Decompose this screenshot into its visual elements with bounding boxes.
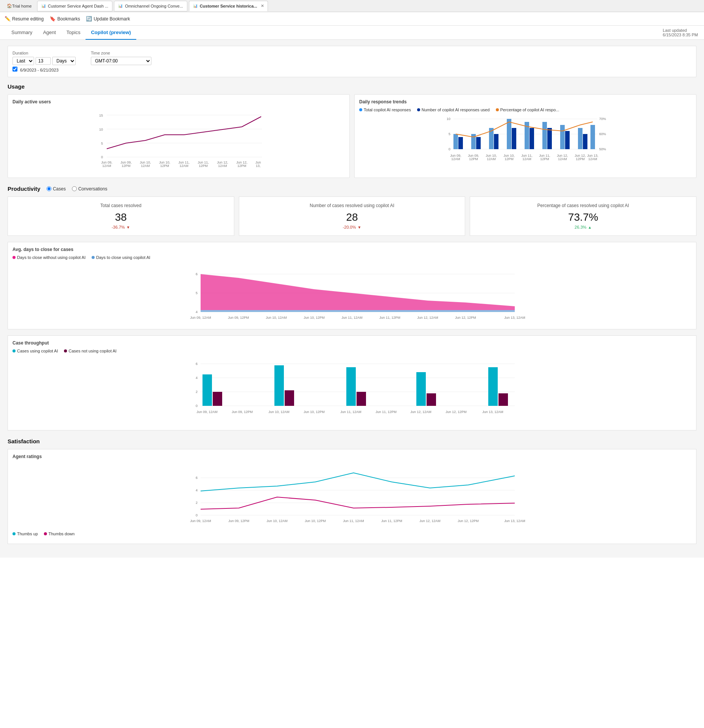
tab-summary[interactable]: Summary [6, 26, 38, 40]
svg-text:6: 6 [196, 476, 198, 480]
usage-charts-row: Daily active users 15 10 5 0 [8, 94, 696, 178]
legend-copilot-cases-dot [12, 349, 16, 352]
kpi-total-cases-label: Total cases resolved [14, 203, 228, 208]
legend-no-copilot-label: Cases not using copilot AI [69, 349, 117, 353]
with-copilot-area [201, 310, 515, 312]
update-bookmark-button[interactable]: 🔄 Update Bookmark [86, 16, 130, 22]
kpi-row: Total cases resolved 38 -36.7% ▼ Number … [8, 196, 696, 236]
tab-trial-home[interactable]: 🏠 Trial home [3, 2, 36, 10]
resume-editing-button[interactable]: ✏️ Resume editing [5, 16, 44, 22]
agent-ratings-card: Agent ratings 6 4 2 0 [8, 449, 696, 544]
date-range-checkbox[interactable] [12, 67, 17, 72]
legend-used-label: Number of copilot AI responses used [422, 108, 490, 112]
kpi-pct-copilot-change: 26.3% ▲ [476, 225, 690, 229]
daily-active-users-title: Daily active users [12, 99, 345, 104]
toolbar: ✏️ Resume editing 🔖 Bookmarks 🔄 Update B… [0, 12, 704, 26]
tab-cs-historical[interactable]: 📊 Customer Service historica... ✕ [189, 1, 268, 11]
radio-conversations-option[interactable]: Conversations [72, 186, 107, 192]
legend-thumbs-up: Thumbs up [12, 532, 38, 536]
tab-copilot[interactable]: Copilot (preview) [86, 26, 136, 40]
tab-trial-home-label: Trial home [12, 4, 32, 8]
tab-csa-dash-label: Customer Service Agent Dash ... [48, 4, 109, 8]
bar-total-8 [590, 125, 595, 149]
last-updated-value: 6/15/2023 8:35 PM [663, 33, 698, 37]
svg-text:10: 10 [99, 128, 103, 131]
date-range-text: 6/9/2023 - 6/21/2023 [20, 68, 59, 72]
kpi-copilot-cases-change-text: -20.0% [343, 225, 356, 229]
bar-used-7 [583, 134, 587, 149]
legend-pct-label: Percentage of copilot AI respo... [500, 108, 559, 112]
kpi-total-cases-value: 38 [14, 211, 228, 223]
timezone-select[interactable]: GMT-07:00 [91, 57, 151, 65]
kpi-pct-copilot-value: 73.7% [476, 211, 690, 223]
satisfaction-section: Satisfaction Agent ratings 6 4 2 0 [8, 438, 696, 544]
svg-text:10: 10 [447, 117, 450, 121]
legend-used-responses: Number of copilot AI responses used [417, 108, 490, 112]
daily-response-trends-legend: Total copilot AI responses Number of cop… [359, 108, 692, 112]
thumbs-up-dot [12, 532, 16, 535]
avg-days-chart-card: Avg. days to close for cases Days to clo… [8, 242, 696, 329]
tab-close-button[interactable]: ✕ [261, 4, 264, 8]
bar-copilot-4 [346, 367, 356, 406]
svg-text:12AM: 12AM [141, 164, 150, 168]
svg-text:Jun 09, 12PM: Jun 09, 12PM [228, 519, 249, 523]
content-area: Duration Last Days 6/9/2023 - 6/21/2023 … [0, 40, 704, 558]
timezone-label: Time zone [91, 51, 151, 55]
arrow-down-icon-0: ▼ [126, 225, 130, 229]
kpi-copilot-cases: Number of cases resolved using copilot A… [239, 196, 466, 236]
svg-text:6: 6 [196, 272, 198, 276]
tab-csa-dash[interactable]: 📊 Customer Service Agent Dash ... [37, 1, 113, 11]
legend-copilot-cases-label: Cases using copilot AI [17, 349, 58, 353]
legend-pct-responses: Percentage of copilot AI respo... [496, 108, 559, 112]
tab-cs-historical-icon: 📊 [193, 4, 198, 8]
svg-text:Jun 13, 12AM: Jun 13, 12AM [504, 519, 525, 523]
arrow-up-icon-2: ▲ [588, 225, 592, 229]
arrow-down-icon-1: ▼ [357, 225, 361, 229]
app-container: Summary Agent Topics Copilot (preview) L… [0, 26, 704, 728]
kpi-pct-copilot-label: Percentage of cases resolved using copil… [476, 203, 690, 208]
svg-text:Jun 10, 12PM: Jun 10, 12PM [305, 519, 326, 523]
duration-preset-select[interactable]: Last [12, 57, 34, 65]
tab-topics[interactable]: Topics [61, 26, 86, 40]
kpi-pct-copilot: Percentage of cases resolved using copil… [470, 196, 696, 236]
bar-total-5 [542, 122, 547, 149]
svg-text:0: 0 [449, 147, 450, 151]
thumbs-down-dot [44, 532, 47, 535]
tab-omnichannel-label: Omnichannel Ongoing Conve... [125, 4, 183, 8]
legend-used-dot [417, 108, 420, 111]
agent-ratings-chart: 6 4 2 0 Jun 09, 12AM Jun 09, 12PM Jun 10… [12, 462, 692, 530]
svg-text:5: 5 [449, 132, 450, 136]
resume-editing-label: Resume editing [12, 16, 44, 22]
home-icon: 🏠 [7, 3, 12, 8]
svg-text:12AM: 12AM [558, 157, 567, 161]
thumbs-up-line [201, 473, 515, 491]
tab-omnichannel[interactable]: 📊 Omnichannel Ongoing Conve... [114, 1, 187, 11]
svg-text:12AM: 12AM [451, 157, 460, 161]
bar-used-1 [476, 137, 481, 149]
svg-text:2: 2 [196, 390, 198, 394]
legend-no-copilot-cases: Cases not using copilot AI [64, 349, 117, 353]
duration-filter: Duration Last Days 6/9/2023 - 6/21/2023 [12, 51, 76, 72]
svg-text:0: 0 [196, 404, 198, 408]
svg-text:12AM: 12AM [179, 164, 188, 168]
radio-cases-option[interactable]: Cases [47, 186, 66, 192]
bookmarks-button[interactable]: 🔖 Bookmarks [50, 16, 80, 22]
duration-unit-select[interactable]: Days [52, 57, 76, 65]
thumbs-up-legend-label: Thumbs up [17, 532, 38, 536]
svg-text:Jun 09, 12AM: Jun 09, 12AM [190, 316, 211, 320]
bar-copilot-2 [274, 365, 284, 406]
avg-days-chart: 6 5 4 Jun 09, 12AM Jun 09, 12PM Jun 10, … [12, 263, 692, 323]
kpi-total-cases-change: -36.7% ▼ [14, 225, 228, 229]
svg-text:70%: 70% [599, 117, 606, 121]
svg-text:Jun 10, 12AM: Jun 10, 12AM [268, 410, 290, 414]
duration-value-input[interactable] [36, 57, 51, 65]
bar-used-4 [530, 128, 534, 149]
radio-conversations-input[interactable] [72, 186, 77, 191]
tab-agent[interactable]: Agent [38, 26, 61, 40]
avg-days-title: Avg. days to close for cases [12, 247, 692, 252]
bar-total-7 [578, 128, 583, 149]
radio-conversations-label: Conversations [78, 186, 107, 192]
legend-total-dot [359, 108, 362, 111]
bar-used-3 [512, 128, 516, 149]
radio-cases-input[interactable] [47, 186, 51, 191]
